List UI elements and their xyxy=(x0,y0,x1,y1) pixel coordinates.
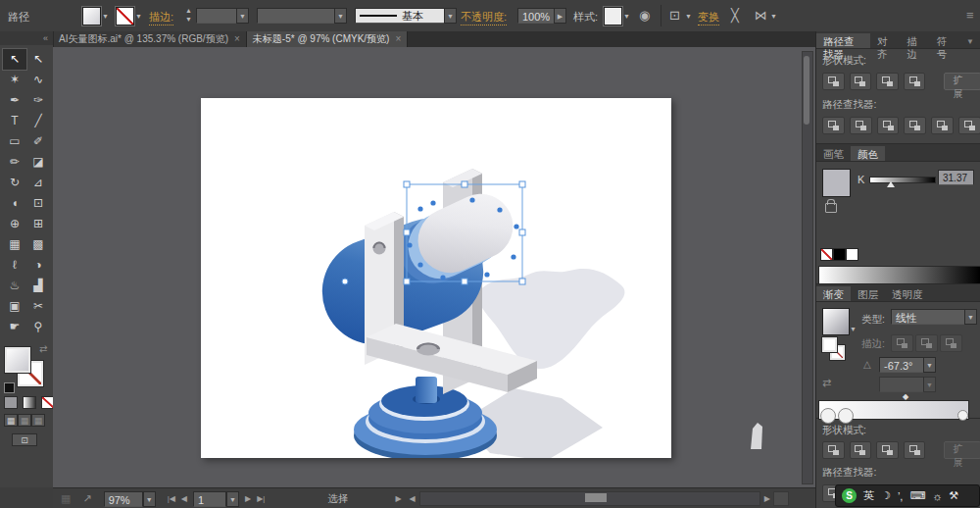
swap-fill-stroke-icon[interactable]: ⇄ xyxy=(39,343,47,354)
first-artboard-button[interactable]: |◀ xyxy=(168,494,175,503)
shape-mode-exclude-button[interactable] xyxy=(904,73,926,90)
tool-shape-builder[interactable]: ⊕ xyxy=(3,214,26,234)
opacity-dropdown-button[interactable]: ▶ xyxy=(554,8,566,24)
tool-eyedropper[interactable]: ℓ xyxy=(3,255,26,276)
tab-gradient[interactable]: 渐变 xyxy=(816,286,851,301)
k-channel-slider[interactable] xyxy=(869,177,936,183)
gradient-type-dropdown[interactable]: 线性 xyxy=(891,309,965,325)
stroke-weight-link[interactable]: 描边: xyxy=(149,10,173,25)
align-dropdown-arrow-icon[interactable]: ▼ xyxy=(685,13,692,20)
pathfinder-trim-button[interactable] xyxy=(850,117,872,134)
tool-artboard[interactable]: ▣ xyxy=(3,296,26,317)
hscroll-right-arrow[interactable]: ▶ xyxy=(764,494,770,503)
style-dropdown-arrow-icon[interactable]: ▼ xyxy=(623,13,630,20)
ime-skin-icon[interactable]: ☼ xyxy=(932,490,942,502)
tab-stroke[interactable]: 描边 xyxy=(900,33,929,48)
expand-button[interactable]: 扩展 xyxy=(944,73,980,90)
tool-scale[interactable]: ⊿ xyxy=(26,173,50,193)
tab-symbols[interactable]: 符号 xyxy=(930,33,959,48)
close-tab-icon[interactable]: × xyxy=(234,31,240,47)
variable-width-dropdown-button[interactable]: ▼ xyxy=(334,8,347,24)
align-objects-icon[interactable]: ⊡ xyxy=(669,8,680,23)
tool-column-graph[interactable]: ▟ xyxy=(26,276,50,296)
spotlight-artwork[interactable] xyxy=(201,98,671,458)
isolate-selected-icon[interactable]: ╳ xyxy=(731,8,739,23)
tool-type[interactable]: T xyxy=(3,111,26,131)
variable-width-profile-field[interactable] xyxy=(257,8,335,24)
recolor-artwork-icon[interactable]: ◉ xyxy=(639,8,650,23)
style-swatch[interactable] xyxy=(604,7,622,25)
reverse-gradient-icon[interactable]: ⇄ xyxy=(822,377,831,389)
prev-artboard-button[interactable]: ◀ xyxy=(181,494,187,503)
stroke-spinner-up-icon[interactable]: ▲ xyxy=(185,7,192,14)
zoom-level-field[interactable]: 97% xyxy=(104,491,143,507)
tool-selection[interactable]: ↖ xyxy=(3,49,26,70)
select-similar-icon[interactable]: ⋈ xyxy=(755,8,767,23)
none-chip[interactable] xyxy=(820,248,833,261)
pathfinder-divide-button[interactable] xyxy=(822,117,845,134)
stroke-weight-dropdown-button[interactable]: ▼ xyxy=(236,8,249,24)
horizontal-scrollbar-thumb[interactable] xyxy=(585,493,607,502)
hscroll-left-arrow[interactable]: ◀ xyxy=(410,494,416,503)
horizontal-scrollbar[interactable] xyxy=(419,491,760,506)
close-tab-icon[interactable]: × xyxy=(395,31,401,47)
tool-free-transform[interactable]: ⊡ xyxy=(26,193,50,214)
shape-mode-unite-button-2[interactable] xyxy=(822,441,845,459)
gradient-type-arrow[interactable]: ▼ xyxy=(964,309,977,325)
select-similar-dropdown-icon[interactable]: ▼ xyxy=(770,13,777,20)
draw-inside-button[interactable]: ▦ xyxy=(31,414,45,427)
brush-definition-field[interactable]: 基本 xyxy=(355,8,445,24)
tool-width[interactable]: ◖ xyxy=(3,193,26,214)
gradient-presets-arrow-icon[interactable]: ▼ xyxy=(850,326,857,332)
k-value-field[interactable]: 31.37 xyxy=(938,170,974,185)
pathfinder-crop-button[interactable] xyxy=(904,117,926,134)
fill-color-swatch[interactable] xyxy=(82,7,101,25)
gradient-stop-2[interactable] xyxy=(838,408,854,424)
tab-pathfinder[interactable]: 路径查找器 xyxy=(816,33,870,48)
stroke-spinner-down-icon[interactable]: ▼ xyxy=(185,16,192,23)
aspect-ratio-arrow[interactable]: ▼ xyxy=(923,377,936,392)
current-color-swatch[interactable] xyxy=(822,169,851,197)
expand-button-2[interactable]: 扩展 xyxy=(944,441,980,459)
stroke-color-swatch[interactable] xyxy=(116,7,134,25)
tool-perspective-grid[interactable]: ⊞ xyxy=(26,214,50,234)
gradient-thumbnail[interactable] xyxy=(822,308,850,335)
white-chip[interactable] xyxy=(846,248,858,261)
tab-color[interactable]: 颜色 xyxy=(851,146,885,161)
shape-mode-minus-front-button[interactable] xyxy=(850,73,872,90)
ime-language-toggle[interactable]: 英 xyxy=(863,488,874,503)
opacity-link[interactable]: 不透明度: xyxy=(461,10,507,25)
tool-blend[interactable]: ◑ xyxy=(26,255,50,276)
color-paint-button[interactable] xyxy=(4,396,18,409)
page-curl-widget[interactable] xyxy=(748,423,765,450)
tab-transparency[interactable]: 透明度 xyxy=(885,286,930,301)
tool-paintbrush[interactable]: ✐ xyxy=(26,131,50,152)
tool-rectangle[interactable]: ▭ xyxy=(3,131,26,152)
toolbox-collapse-button[interactable]: « xyxy=(0,31,53,45)
ime-fullhalf-moon-icon[interactable]: ☽ xyxy=(881,489,891,502)
panel-group-menu-icon[interactable]: ▼ xyxy=(959,33,980,48)
ime-toolbox-icon[interactable]: ⚒ xyxy=(949,489,958,502)
status-expand-icon[interactable]: ▶ xyxy=(395,494,401,503)
grayscale-spectrum-ramp[interactable] xyxy=(818,266,980,284)
brush-dropdown-button[interactable]: ▼ xyxy=(444,8,457,24)
stroke-weight-field[interactable] xyxy=(196,8,237,24)
tool-blob-brush[interactable]: ✑ xyxy=(26,90,50,111)
fill-dropdown-arrow-icon[interactable]: ▼ xyxy=(102,13,109,20)
tool-pencil[interactable]: ✏ xyxy=(3,152,26,173)
shape-mode-exclude-button-2[interactable] xyxy=(904,441,926,459)
status-export-icon[interactable]: ↗ xyxy=(82,492,91,505)
pathfinder-outline-button[interactable] xyxy=(931,117,954,134)
stroke-across-button[interactable] xyxy=(940,334,962,352)
tool-pen[interactable]: ✒ xyxy=(3,90,26,111)
vertical-scrollbar[interactable] xyxy=(802,51,813,484)
tab-align[interactable]: 对齐 xyxy=(870,33,900,48)
gradient-stop-end[interactable] xyxy=(957,410,968,421)
gradient-fill-proxy[interactable] xyxy=(822,337,837,352)
zoom-dropdown-button[interactable]: ▼ xyxy=(143,491,156,507)
draw-behind-button[interactable]: ▦ xyxy=(18,414,31,427)
tab-brushes[interactable]: 画笔 xyxy=(816,146,851,161)
document-tab-1[interactable]: AI矢量图标.ai* @ 135.37% (RGB/预览) × xyxy=(53,31,247,47)
opacity-field[interactable]: 100% xyxy=(517,8,555,24)
shape-mode-intersect-button[interactable] xyxy=(876,73,899,90)
